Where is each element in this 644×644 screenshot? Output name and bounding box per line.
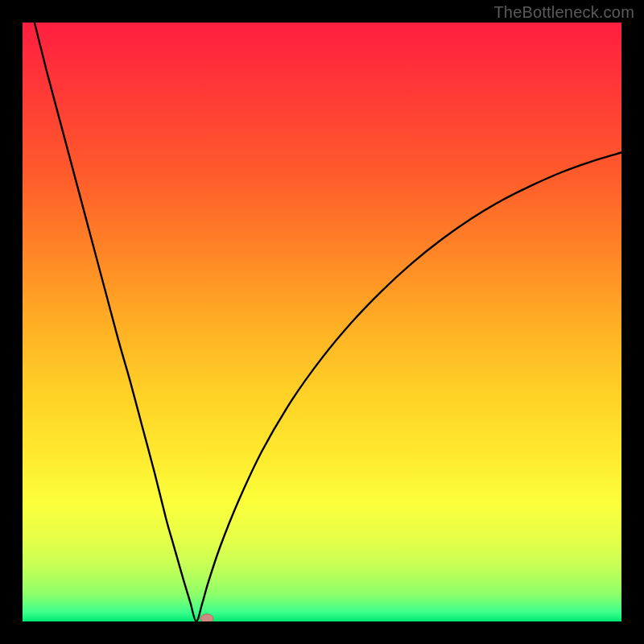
optimum-marker xyxy=(200,614,213,621)
gradient-background xyxy=(23,23,621,621)
chart-canvas xyxy=(23,23,621,621)
chart-plot-area xyxy=(23,23,621,621)
watermark-text: TheBottleneck.com xyxy=(493,3,634,22)
